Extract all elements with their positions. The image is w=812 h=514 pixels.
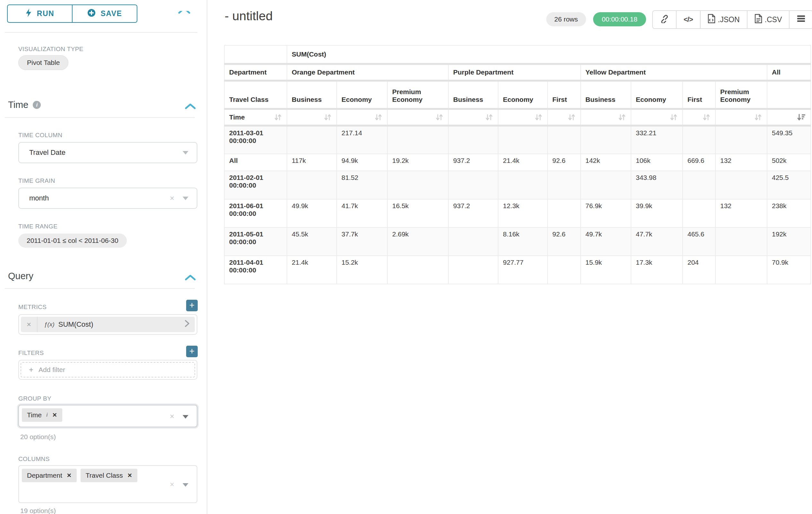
plus-icon: + — [29, 365, 33, 374]
info-icon[interactable]: i — [46, 412, 48, 418]
selected-option-token[interactable]: Timei✕ — [22, 408, 62, 422]
share-link-button[interactable] — [653, 11, 676, 28]
query-section-collapse-chevron-icon[interactable] — [184, 274, 196, 282]
save-button[interactable]: SAVE — [72, 4, 137, 23]
chevron-down-icon[interactable] — [183, 483, 188, 487]
pivot-table-container: SUM(Cost)DepartmentOrange DepartmentPurp… — [224, 45, 811, 284]
travel-class-header: Premium Economy — [387, 81, 448, 109]
sort-icon[interactable] — [323, 113, 332, 121]
add-filter-plus-button[interactable]: + — [186, 346, 198, 357]
remove-metric-icon[interactable]: × — [21, 317, 37, 332]
add-filter-button[interactable]: + Add filter — [21, 362, 195, 377]
pivot-cell: 94.9k — [337, 154, 387, 171]
travel-class-axis-label: Travel Class — [224, 81, 287, 109]
view-query-button[interactable]: </> — [676, 11, 700, 28]
chart-title[interactable]: - untitled — [225, 9, 273, 23]
run-button[interactable]: RUN — [7, 4, 72, 23]
chevron-down-icon[interactable] — [183, 415, 188, 418]
table-row: 2011-06-01 00:00:0049.9k41.7k16.5k937.21… — [224, 199, 811, 227]
sort-icon[interactable] — [669, 113, 678, 121]
remove-token-icon[interactable]: ✕ — [127, 472, 132, 479]
add-metric-button[interactable]: + — [186, 300, 198, 311]
clear-icon[interactable]: × — [170, 412, 174, 421]
export-csv-button[interactable]: .CSV — [747, 11, 789, 28]
pivot-cell: 41.7k — [337, 199, 387, 227]
travel-class-header: Economy — [631, 81, 683, 109]
metrics-control: × ƒ(x) SUM(Cost) — [18, 314, 197, 335]
time-grain-label: TIME GRAIN — [18, 177, 55, 184]
sort-column — [548, 109, 581, 126]
sort-icon[interactable] — [618, 113, 626, 121]
clear-icon[interactable]: × — [170, 194, 174, 203]
group-by-label: GROUP BY — [18, 395, 51, 402]
row-label: 2011-06-01 00:00:00 — [224, 199, 287, 227]
pivot-cell: 17.3k — [631, 256, 683, 284]
sort-icon[interactable] — [485, 113, 493, 121]
pivot-cell: 217.14 — [337, 126, 387, 154]
pivot-cell: 92.6 — [548, 227, 581, 256]
sort-column — [387, 109, 448, 126]
pivot-cell: 12.3k — [498, 199, 548, 227]
pivot-cell: 39.9k — [631, 199, 683, 227]
time-range-label: TIME RANGE — [18, 223, 57, 230]
remove-token-icon[interactable]: ✕ — [67, 472, 71, 479]
pivot-cell — [683, 199, 716, 227]
clear-icon[interactable]: × — [170, 480, 174, 489]
table-row: All117k94.9k19.2k937.221.4k92.6142k106k6… — [224, 154, 811, 171]
info-icon[interactable]: i — [33, 101, 41, 109]
export-json-button[interactable]: .JSON — [700, 11, 747, 28]
chevron-right-icon[interactable] — [184, 320, 190, 329]
group-by-options-hint: 20 option(s) — [20, 433, 56, 441]
pivot-cell: 2.69k — [387, 227, 448, 256]
selected-option-token[interactable]: Department✕ — [22, 469, 77, 482]
time-section-collapse-chevron-icon[interactable] — [184, 103, 196, 111]
pivot-cell: 45.5k — [287, 227, 337, 256]
row-label: 2011-04-01 00:00:00 — [224, 256, 287, 284]
pivot-cell: 76.9k — [581, 199, 631, 227]
time-sort-header: Time — [224, 109, 287, 126]
sort-icon[interactable] — [274, 113, 282, 121]
time-column-select[interactable]: Travel Date — [18, 142, 197, 163]
chart-type-collapse-chevron-icon[interactable] — [177, 11, 191, 15]
sort-column — [287, 109, 337, 126]
pivot-cell: 204 — [683, 256, 716, 284]
pivot-cell: 549.35 — [767, 126, 811, 154]
link-icon — [660, 14, 669, 25]
pivot-cell: 92.6 — [548, 154, 581, 171]
selected-option-token[interactable]: Travel Class✕ — [81, 469, 137, 482]
query-section-title: Query — [8, 271, 33, 281]
visualization-type-pill[interactable]: Pivot Table — [18, 55, 68, 70]
pivot-cell — [498, 171, 548, 199]
chevron-down-icon[interactable] — [183, 151, 188, 155]
sort-icon[interactable] — [435, 113, 443, 121]
sort-icon[interactable] — [702, 113, 710, 121]
columns-select[interactable]: Department✕Travel Class✕ × — [18, 465, 197, 503]
divider — [5, 288, 195, 289]
chevron-down-icon[interactable] — [183, 197, 188, 200]
token-label: Department — [27, 471, 62, 479]
remove-token-icon[interactable]: ✕ — [52, 411, 57, 418]
pivot-cell: 37.7k — [337, 227, 387, 256]
sort-icon[interactable] — [374, 113, 383, 121]
menu-button[interactable] — [789, 11, 812, 28]
time-range-pill[interactable]: 2011-01-01 ≤ col < 2011-06-30 — [18, 234, 127, 248]
time-grain-select[interactable]: month × — [18, 188, 197, 209]
sort-descending-icon[interactable] — [797, 113, 806, 121]
department-group-header: Orange Department — [287, 64, 448, 81]
metric-pill[interactable]: × ƒ(x) SUM(Cost) — [21, 317, 195, 332]
token-label: Travel Class — [86, 471, 123, 479]
travel-class-header: Economy — [498, 81, 548, 109]
sort-icon[interactable] — [754, 113, 762, 121]
pivot-cell: 142k — [581, 154, 631, 171]
group-by-select[interactable]: Timei✕ × — [18, 405, 197, 427]
sort-icon[interactable] — [534, 113, 543, 121]
pivot-cell: 669.6 — [683, 154, 716, 171]
travel-class-header: Premium Economy — [716, 81, 767, 109]
pivot-cell — [548, 126, 581, 154]
table-row: 2011-04-01 00:00:0021.4k15.2k927.7715.9k… — [224, 256, 811, 284]
export-toolbar: </> .JSON .CSV — [652, 10, 812, 29]
sort-icon[interactable] — [568, 113, 576, 121]
pivot-cell — [581, 171, 631, 199]
time-section-title: Time i — [8, 100, 41, 110]
pivot-cell — [498, 126, 548, 154]
